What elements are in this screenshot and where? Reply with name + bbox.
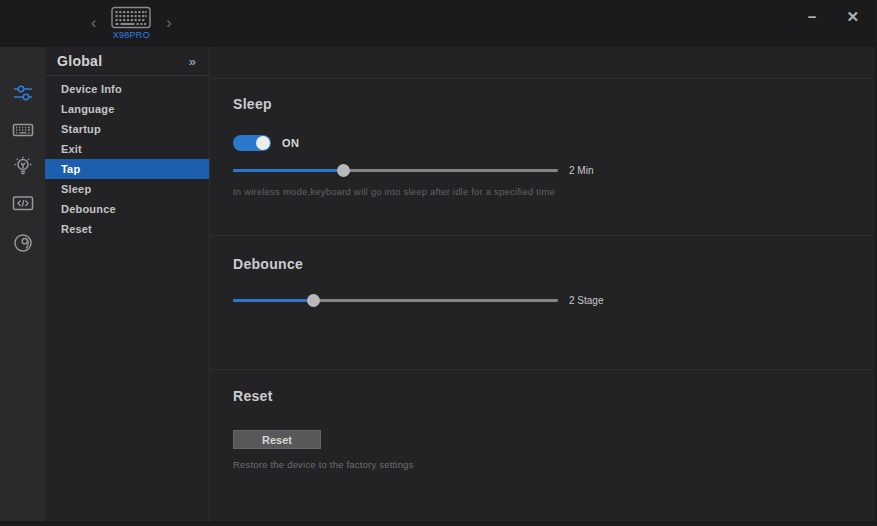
sleep-toggle[interactable] <box>233 135 271 151</box>
lighting-icon <box>11 154 35 178</box>
device-name-label: X98PRO <box>113 30 150 40</box>
device-current[interactable]: X98PRO <box>111 6 151 40</box>
menu-item-startup[interactable]: Startup <box>45 119 209 139</box>
debounce-slider-value: 2 Stage <box>569 295 603 306</box>
device-switcher: ‹ X98PRO › <box>88 4 175 42</box>
menu-item-device-info[interactable]: Device Info <box>45 79 209 99</box>
menu-item-exit[interactable]: Exit <box>45 139 209 159</box>
menu-item-language[interactable]: Language <box>45 99 209 119</box>
keyboard-icon <box>11 118 35 142</box>
sleep-toggle-knob <box>256 136 270 150</box>
titlebar: ‹ X98PRO › − ✕ <box>0 0 875 47</box>
keyboard-image-icon <box>111 6 151 29</box>
menu-panel: Global » Device InfoLanguageStartupExitT… <box>45 47 210 521</box>
debounce-slider-thumb[interactable] <box>307 294 320 307</box>
menu-item-debounce[interactable]: Debounce <box>45 199 209 219</box>
menu-item-sleep[interactable]: Sleep <box>45 179 209 199</box>
sleep-section: Sleep ON 2 Min In wireless mode,keyboard… <box>211 79 873 236</box>
sleep-slider[interactable] <box>233 164 558 177</box>
nav-item-performance[interactable] <box>0 228 45 258</box>
menu-title: Global <box>57 53 102 69</box>
reset-button[interactable]: Reset <box>233 430 321 449</box>
menu-header: Global » <box>45 47 209 76</box>
next-device-button[interactable]: › <box>163 4 174 42</box>
performance-icon <box>11 231 35 255</box>
sleep-slider-value: 2 Min <box>569 165 593 176</box>
menu-item-reset[interactable]: Reset <box>45 219 209 239</box>
content-top-strip <box>211 47 873 79</box>
sleep-slider-thumb[interactable] <box>337 164 350 177</box>
collapse-panel-icon[interactable]: » <box>189 54 196 69</box>
menu-item-tap[interactable]: Tap <box>45 159 209 179</box>
debounce-section: Debounce 2 Stage <box>211 236 873 370</box>
content: Sleep ON 2 Min In wireless mode,keyboard… <box>211 47 873 521</box>
settings-sliders-icon <box>11 81 35 105</box>
sleep-slider-row: 2 Min <box>233 164 873 177</box>
minimize-button[interactable]: − <box>808 6 817 28</box>
close-button[interactable]: ✕ <box>846 6 859 28</box>
menu-list: Device InfoLanguageStartupExitTapSleepDe… <box>45 76 209 239</box>
nav-item-lighting[interactable] <box>0 151 45 181</box>
reset-description: Restore the device to the factory settin… <box>233 459 873 470</box>
nav-sidebar <box>0 47 45 521</box>
macro-icon <box>11 191 35 215</box>
nav-item-keys[interactable] <box>0 115 45 145</box>
window-bottom-edge <box>0 521 875 526</box>
sleep-title: Sleep <box>233 96 873 112</box>
debounce-slider-row: 2 Stage <box>233 294 873 307</box>
debounce-title: Debounce <box>233 256 873 272</box>
prev-device-button[interactable]: ‹ <box>88 4 99 42</box>
sleep-description: In wireless mode,keyboard will go into s… <box>233 186 873 197</box>
debounce-slider-fill <box>233 299 314 302</box>
reset-title: Reset <box>233 388 873 404</box>
app-window: ‹ X98PRO › − ✕ <box>0 0 877 526</box>
sleep-slider-fill <box>233 169 344 172</box>
debounce-slider[interactable] <box>233 294 558 307</box>
nav-item-global-settings[interactable] <box>0 78 45 108</box>
reset-section: Reset Reset Restore the device to the fa… <box>211 370 873 521</box>
sleep-toggle-row: ON <box>233 135 873 151</box>
window-controls: − ✕ <box>808 6 859 28</box>
sleep-toggle-label: ON <box>282 137 299 149</box>
nav-item-macro[interactable] <box>0 188 45 218</box>
